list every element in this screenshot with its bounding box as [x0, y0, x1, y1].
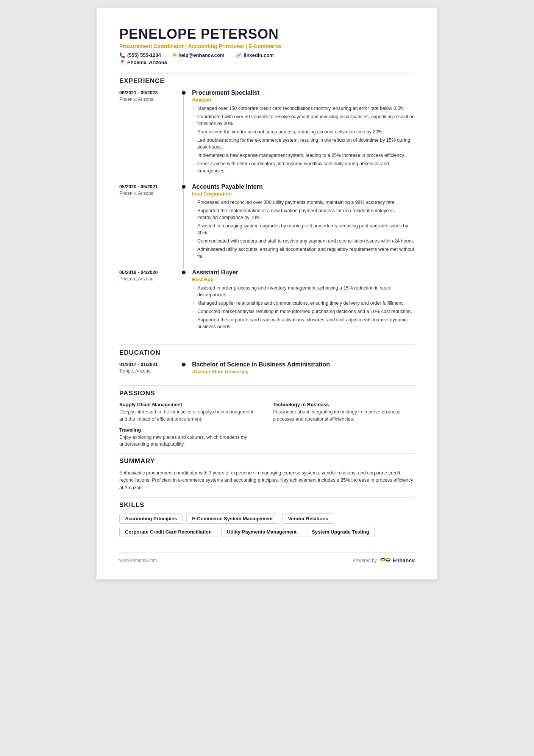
edu-degree: Bachelor of Science in Business Administ…	[192, 361, 415, 368]
passion-1-desc: Deeply interested in the intricacies of …	[119, 409, 261, 422]
bullet-item: Streamlined the vendor account setup pro…	[192, 128, 415, 135]
experience-section: EXPERIENCE 06/2021 - 09/2023 Phoenix, Ar…	[119, 77, 415, 340]
bullet-item: Coordinated with over 50 vendors to reso…	[192, 113, 415, 127]
skill-badge: System Upgrade Testing	[306, 527, 375, 537]
skill-badge: Vendor Relations	[282, 513, 334, 524]
job-1-company: Amazon	[192, 97, 415, 103]
bullet-item: Communicated with vendors and staff to r…	[192, 238, 415, 244]
bullet-item: Assisted in managing system upgrades by …	[192, 222, 415, 236]
passion-1: Supply Chain Management Deeply intereste…	[119, 402, 261, 422]
job-3-company: Best Buy	[192, 277, 415, 282]
job-1-content: Procurement Specialist Amazon Managed ov…	[187, 89, 415, 183]
job-2-dates: 05/2020 - 05/2021	[119, 184, 180, 189]
job-3-timeline	[180, 269, 187, 340]
linkedin-contact: 🔗 linkedin.com	[236, 52, 273, 58]
job-1-line	[183, 96, 184, 183]
job-3: 06/2018 - 04/2020 Phoenix, Arizona Assis…	[119, 269, 415, 340]
bullet-item: Cross-trained with other coordinators an…	[192, 160, 415, 174]
edu-dot	[182, 363, 186, 366]
edu-item-1: 01/2017 - 01/2021 Tempe, Arizona Bachelo…	[119, 361, 415, 380]
job-1-location: Phoenix, Arizona	[119, 97, 180, 102]
passion-1-title: Supply Chain Management	[119, 402, 261, 407]
powered-by-text: Powered by	[353, 558, 376, 563]
bullet-item: Managed supplier relationships and commu…	[192, 300, 415, 307]
education-title: EDUCATION	[119, 349, 415, 357]
job-3-dates-col: 06/2018 - 04/2020 Phoenix, Arizona	[119, 269, 180, 340]
passions-section: PASSIONS Supply Chain Management Deeply …	[119, 390, 415, 448]
passion-3-title: Traveling	[119, 427, 261, 433]
bullet-item: Led troubleshooting for the e-commerce s…	[192, 137, 415, 150]
bullet-item: Processed and reconciled over 300 utilit…	[192, 199, 415, 206]
job-2-bullets: Processed and reconciled over 300 utilit…	[192, 199, 415, 260]
location-text: Phoenix, Arizona	[127, 59, 167, 65]
job-1-dot	[182, 91, 186, 95]
passion-3: Traveling Enjoy exploring new places and…	[119, 427, 261, 448]
edu-dates-col: 01/2017 - 01/2021 Tempe, Arizona	[119, 361, 180, 380]
passions-title: PASSIONS	[119, 390, 415, 397]
location-contact: 📍 Phoenix, Arizona	[119, 59, 167, 65]
skills-row-2: Corporate Credit Card Reconciliation Uti…	[119, 527, 415, 537]
job-2-location: Phoenix, Arizona	[119, 191, 180, 196]
skill-badge: Utility Payments Management	[221, 527, 302, 537]
summary-section: SUMMARY Enthusiastic procurement coordin…	[119, 457, 415, 491]
job-2-content: Accounts Payable Intern Intel Corporatio…	[187, 183, 415, 269]
job-3-bullets: Assisted in order processing and invento…	[192, 285, 415, 330]
summary-title: SUMMARY	[119, 457, 415, 465]
skills-section: SKILLS Accounting Principles E-Commerce …	[119, 501, 415, 537]
linkedin-url: linkedin.com	[244, 52, 273, 58]
passion-2: Technology in Business Passionate about …	[273, 402, 415, 422]
job-1-dates-col: 06/2021 - 09/2023 Phoenix, Arizona	[119, 89, 180, 183]
job-1-timeline	[180, 89, 187, 183]
contact-row-1: 📞 (555) 555-1234 ✉ help@enhancv.com 🔗 li…	[119, 52, 415, 58]
job-3-dot	[182, 271, 186, 274]
bullet-item: Assisted in order processing and invento…	[192, 285, 415, 298]
skill-badge: E-Commerce System Management	[186, 513, 278, 524]
bullet-item: Conducted market analysis resulting in m…	[192, 308, 415, 315]
location-icon: 📍	[119, 59, 125, 65]
edu-content: Bachelor of Science in Business Administ…	[187, 361, 415, 380]
passion-2-desc: Passionate about integrating technology …	[273, 409, 415, 422]
phone-contact: 📞 (555) 555-1234	[119, 52, 161, 58]
resume-page: PENELOPE PETERSON Procurement Coordinato…	[97, 8, 437, 579]
skill-badge: Accounting Principles	[119, 513, 183, 524]
passions-grid: Supply Chain Management Deeply intereste…	[119, 402, 415, 448]
job-1-bullets: Managed over 150 corporate credit card r…	[192, 105, 415, 174]
job-3-content: Assistant Buyer Best Buy Assisted in ord…	[187, 269, 415, 340]
footer-website: www.enhancv.com	[119, 558, 157, 563]
skill-badge: Corporate Credit Card Reconciliation	[119, 527, 217, 537]
bullet-item: Managed over 150 corporate credit card r…	[192, 105, 415, 112]
brand-name: Enhancv	[393, 557, 415, 563]
logo-icon	[380, 556, 391, 564]
passions-divider	[119, 385, 415, 386]
bullet-item: Implemented a new expense management sys…	[192, 152, 415, 159]
job-1-dates: 06/2021 - 09/2023	[119, 90, 180, 95]
job-2: 05/2020 - 05/2021 Phoenix, Arizona Accou…	[119, 183, 415, 269]
job-3-dates: 06/2018 - 04/2020	[119, 270, 180, 275]
skills-divider	[119, 497, 415, 498]
job-3-line	[183, 275, 184, 340]
job-2-company: Intel Corporation	[192, 191, 415, 197]
contact-row-2: 📍 Phoenix, Arizona	[119, 59, 415, 65]
email-address: help@enhancv.com	[178, 52, 225, 58]
enhancv-logo: Enhancv	[380, 556, 415, 564]
header-section: PENELOPE PETERSON Procurement Coordinato…	[119, 27, 415, 65]
phone-number: (555) 555-1234	[127, 52, 161, 58]
education-section: EDUCATION 01/2017 - 01/2021 Tempe, Arizo…	[119, 349, 415, 380]
footer: www.enhancv.com Powered by Enhancv	[119, 552, 415, 564]
edu-location: Tempe, Arizona	[119, 368, 180, 374]
edu-school: Arizona State University	[192, 369, 415, 374]
candidate-tagline: Procurement Coordinator | Accounting Pri…	[119, 43, 415, 49]
job-2-dates-col: 05/2020 - 05/2021 Phoenix, Arizona	[119, 183, 180, 269]
passion-3-desc: Enjoy exploring new places and cultures,…	[119, 434, 261, 448]
job-3-title: Assistant Buyer	[192, 269, 415, 276]
summary-text: Enthusiastic procurement coordinator wit…	[119, 470, 415, 491]
candidate-name: PENELOPE PETERSON	[119, 27, 415, 42]
passion-2-title: Technology in Business	[273, 402, 415, 407]
education-divider	[119, 344, 415, 345]
bullet-item: Supported the corporate card team with a…	[192, 316, 415, 330]
skills-title: SKILLS	[119, 501, 415, 509]
job-3-location: Phoenix, Arizona	[119, 276, 180, 282]
email-icon: ✉	[172, 52, 176, 58]
job-1: 06/2021 - 09/2023 Phoenix, Arizona Procu…	[119, 89, 415, 183]
bullet-item: Supported the implementation of a new ta…	[192, 207, 415, 221]
